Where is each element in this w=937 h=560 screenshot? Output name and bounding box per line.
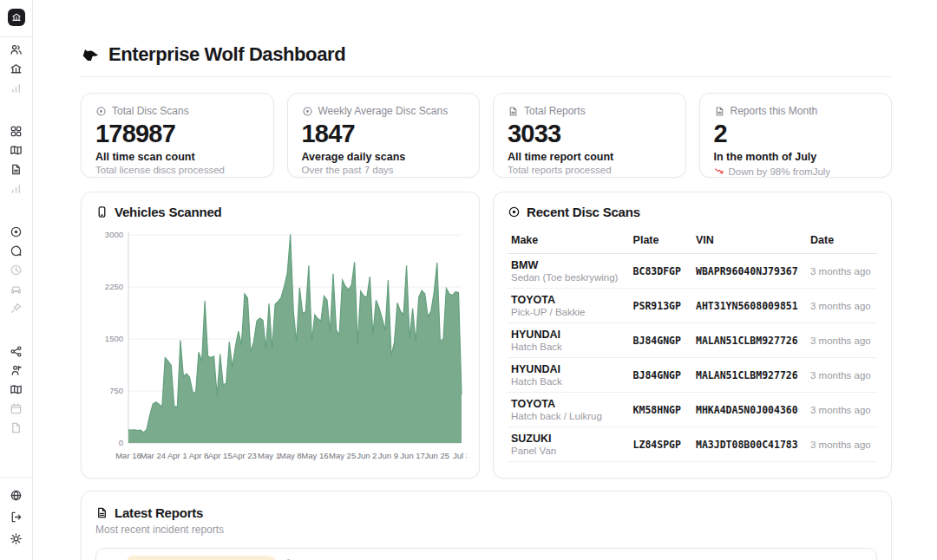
sidebar-item-areas[interactable]: [10, 382, 23, 396]
vehicle-make: HYUNDAI: [511, 363, 626, 375]
column-header-make: Make: [508, 228, 630, 254]
vehicles-scanned-panel: Vehicles Scanned 0750150022503000Mar 16M…: [81, 192, 480, 479]
svg-text:Apr 1: Apr 1: [167, 451, 187, 460]
table-row: BMWSedan (Toe beskrywing) BC83DFGP WBAPR…: [508, 254, 877, 289]
sidebar-nav: [0, 37, 32, 434]
sidebar-item-messages[interactable]: [10, 244, 23, 257]
sidebar-item-patrol[interactable]: [10, 363, 23, 377]
svg-text:Apr 15: Apr 15: [208, 451, 233, 460]
vehicle-make: HYUNDAI: [511, 329, 626, 341]
stat-subtitle: Average daily scans: [302, 151, 466, 163]
svg-text:1500: 1500: [105, 334, 123, 343]
svg-text:Apr 23: Apr 23: [233, 451, 257, 460]
sun-icon: [10, 532, 23, 545]
document-icon: [10, 421, 23, 434]
recent-scans-table: Make Plate VIN Date BMWSedan (Toe beskry…: [508, 228, 877, 462]
svg-text:2250: 2250: [105, 282, 123, 291]
vehicle-plate: BJ84GNGP: [630, 358, 692, 393]
sidebar-item-logout[interactable]: [10, 510, 23, 524]
table-row: HYUNDAIHatch Back BJ84GNGP MALAN51CLBM92…: [508, 358, 877, 393]
vehicle-vin: MHKA4DA5N0J004360: [692, 393, 807, 427]
stat-description: Total reports processed: [508, 165, 672, 175]
vehicle-plate: LZ84SPGP: [630, 427, 692, 462]
vehicle-vin: WBAPR96040NJ79367: [692, 254, 807, 289]
sidebar-item-history[interactable]: [10, 263, 23, 277]
logout-icon: [10, 511, 23, 524]
globe-icon: [10, 489, 23, 502]
column-header-vin: VIN: [692, 228, 807, 254]
app-logo[interactable]: [8, 9, 25, 26]
table-row: TOYOTAHatch back / Luikrug KM58HNGP MHKA…: [508, 393, 877, 427]
bank-icon: [10, 62, 23, 75]
scan-date: 3 months ago: [807, 254, 877, 289]
svg-text:Jun 17: Jun 17: [400, 451, 425, 460]
pin-icon: [10, 302, 23, 315]
disc-icon: [508, 205, 521, 218]
vehicle-vin: MA3JDT08B00C41783: [692, 427, 807, 462]
svg-text:Jun 2: Jun 2: [357, 451, 377, 460]
scanner-device-icon: [95, 205, 108, 218]
panel-title: Latest Reports: [115, 505, 203, 520]
report-list-item[interactable]: Public Order & Social Crimes 2 days ago: [95, 548, 877, 560]
sidebar-item-analytics[interactable]: [10, 81, 23, 94]
svg-text:May 16: May 16: [301, 451, 328, 460]
sidebar-item-vehicles[interactable]: [10, 282, 23, 296]
sidebar-item-users[interactable]: [10, 42, 23, 56]
table-row: TOYOTAPick-UP / Bakkie PSR913GP AHT31YN5…: [508, 289, 877, 323]
scan-date: 3 months ago: [807, 427, 877, 462]
sidebar-item-pinned[interactable]: [10, 301, 23, 315]
sidebar-bottom: [0, 477, 32, 560]
stats-row: Total Disc Scans 178987 All time scan co…: [81, 93, 892, 178]
stat-description: Total license discs processed: [95, 165, 259, 175]
sidebar-item-stations[interactable]: [10, 62, 23, 75]
stat-subtitle: All time report count: [508, 151, 672, 163]
sidebar-item-support[interactable]: [10, 488, 23, 502]
sidebar-item-reports-chart[interactable]: [10, 181, 23, 195]
sidebar-item-theme[interactable]: [10, 531, 23, 545]
vehicle-type: Hatch back / Luikrug: [511, 411, 626, 421]
sidebar-item-map[interactable]: [10, 143, 23, 157]
report-icon: [714, 106, 725, 117]
vehicle-type: Pick-UP / Bakkie: [511, 307, 626, 317]
sidebar-item-share[interactable]: [10, 344, 23, 358]
disc-icon: [95, 106, 107, 117]
report-icon: [508, 106, 519, 117]
latest-reports-panel: Latest Reports Most recent incident repo…: [81, 491, 892, 560]
bar-chart-icon: [10, 81, 23, 94]
vehicle-plate: BJ84GNGP: [630, 323, 692, 358]
stat-card-weekly-average: Weekly Average Disc Scans 1847 Average d…: [287, 93, 481, 178]
vehicle-vin: MALAN51CLBM927726: [692, 323, 807, 358]
report-icon: [95, 506, 108, 519]
svg-text:750: 750: [109, 386, 123, 395]
vehicle-vin: MALAN51CLBM927726: [692, 358, 807, 393]
vehicle-type: Hatch Back: [511, 376, 626, 387]
wolf-icon: [81, 45, 100, 64]
panel-title: Recent Disc Scans: [527, 205, 640, 219]
middle-row: Vehicles Scanned 0750150022503000Mar 16M…: [81, 192, 892, 479]
vehicle-type: Hatch Back: [511, 342, 626, 352]
sidebar-item-files[interactable]: [10, 420, 23, 434]
trend-down-icon: [714, 165, 725, 178]
bar-chart-icon: [10, 182, 23, 195]
vehicle-type: Panel Van: [511, 446, 626, 456]
sidebar-item-scans[interactable]: [10, 225, 23, 238]
stat-card-reports-this-month: Reports this Month 2 In the month of Jul…: [699, 93, 893, 178]
vehicle-type: Sedan (Toe beskrywing): [511, 272, 626, 283]
sidebar-item-documents[interactable]: [10, 162, 23, 176]
sidebar-item-dashboard[interactable]: [10, 124, 23, 138]
main-content: Enterprise Wolf Dashboard Total Disc Sca…: [33, 0, 937, 560]
disc-icon: [302, 106, 313, 117]
panel-title: Vehicles Scanned: [115, 205, 222, 219]
stat-description: Over the past 7 days: [302, 165, 466, 175]
stat-value: 3033: [508, 120, 672, 147]
users-icon: [10, 43, 23, 56]
stat-label: Weekly Average Disc Scans: [318, 105, 449, 117]
sidebar: [0, 0, 33, 560]
scan-date: 3 months ago: [807, 393, 877, 427]
person-flag-icon: [10, 364, 23, 377]
page-header: Enterprise Wolf Dashboard: [81, 43, 892, 77]
stat-value: 1847: [302, 120, 466, 147]
stat-label: Reports this Month: [731, 105, 818, 117]
share-icon: [10, 345, 23, 358]
sidebar-item-calendar[interactable]: [10, 401, 23, 415]
